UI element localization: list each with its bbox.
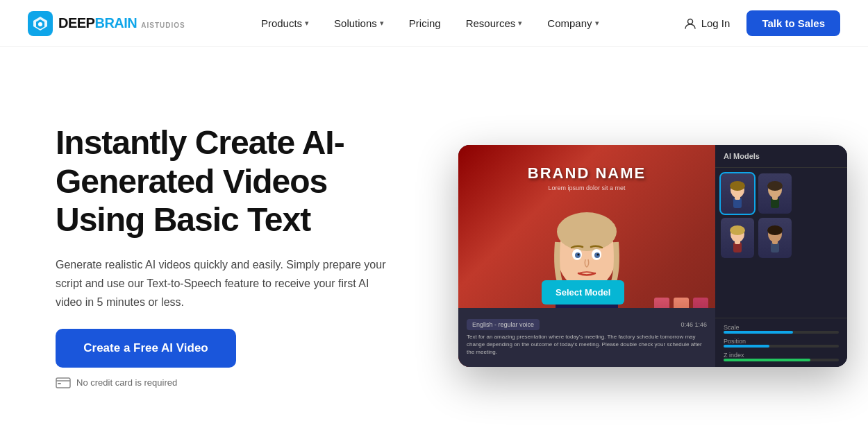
hero-title: Instantly Create AI-Generated Videos Usi… [56, 123, 417, 239]
svg-rect-4 [58, 383, 61, 384]
hero-section: Instantly Create AI-Generated Videos Usi… [0, 47, 868, 437]
nav-item-solutions[interactable]: Solutions ▾ [323, 12, 395, 35]
panel-controls: Scale Position Z index [715, 318, 847, 367]
hero-description: Generate realistic AI videos quickly and… [56, 255, 396, 312]
model-thumb-2[interactable] [758, 173, 792, 214]
model-thumb-1[interactable] [721, 173, 754, 214]
svg-point-25 [730, 225, 745, 235]
svg-point-17 [730, 181, 745, 191]
svg-point-15 [597, 254, 599, 256]
z-index-control: Z index [724, 352, 839, 361]
position-control: Position [724, 338, 839, 348]
hero-mockup: BRAND NAME Lorem ipsum dolor sit a met [458, 145, 847, 367]
model-row-2 [721, 218, 842, 258]
script-text: Text for an amazing presentation where t… [467, 333, 707, 357]
product-screenshot: BRAND NAME Lorem ipsum dolor sit a met [458, 145, 847, 367]
model-avatar-1 [726, 179, 749, 208]
svg-rect-23 [772, 196, 778, 200]
navigation: DEEPBRAIN AI STUDIOS Products ▾ Solution… [0, 0, 868, 47]
svg-rect-27 [735, 240, 740, 244]
model-avatar-4 [764, 223, 786, 252]
nav-item-pricing[interactable]: Pricing [398, 12, 452, 35]
no-credit-card-notice: No credit card is required [56, 377, 417, 388]
create-free-video-button[interactable]: Create a Free AI Video [56, 329, 236, 368]
svg-point-21 [767, 181, 783, 191]
svg-point-29 [767, 225, 783, 235]
position-slider[interactable] [724, 345, 839, 348]
model-avatar-2 [764, 179, 786, 208]
video-preview: BRAND NAME Lorem ipsum dolor sit a met [458, 145, 715, 367]
user-icon [683, 17, 697, 31]
svg-rect-31 [772, 240, 778, 244]
nav-right: Log In Talk to Sales [675, 10, 840, 36]
model-thumb-3[interactable] [721, 218, 754, 258]
svg-point-1 [38, 22, 42, 26]
deepbrain-logo-icon [28, 11, 53, 36]
hero-actions: Create a Free AI Video No credit card is… [56, 329, 417, 388]
controls-row-1: English - regular voice 0:46 1:46 [467, 319, 707, 330]
scale-slider[interactable] [724, 331, 839, 334]
model-avatar-3 [726, 223, 749, 252]
model-row-1 [721, 173, 842, 214]
ai-models-panel: AI Models [715, 145, 847, 367]
nav-item-company[interactable]: Company ▾ [536, 12, 610, 35]
talk-to-sales-button[interactable]: Talk to Sales [746, 10, 840, 36]
svg-rect-19 [735, 196, 740, 200]
credit-card-icon [56, 377, 71, 388]
chevron-down-icon: ▾ [380, 19, 384, 28]
z-index-slider[interactable] [724, 359, 839, 361]
logo[interactable]: DEEPBRAIN AI STUDIOS [28, 11, 185, 36]
svg-point-14 [578, 254, 580, 256]
chevron-down-icon: ▾ [305, 19, 309, 28]
model-grid [715, 168, 847, 318]
svg-point-9 [557, 212, 617, 251]
hero-content: Instantly Create AI-Generated Videos Usi… [56, 123, 417, 388]
chevron-down-icon: ▾ [595, 19, 599, 28]
scale-control: Scale [724, 324, 839, 334]
video-controls: English - regular voice 0:46 1:46 Text f… [458, 308, 715, 367]
select-model-button[interactable]: Select Model [542, 280, 624, 305]
panel-title: AI Models [715, 145, 847, 168]
model-thumb-4[interactable] [758, 218, 792, 258]
nav-item-products[interactable]: Products ▾ [250, 12, 320, 35]
nav-item-resources[interactable]: Resources ▾ [455, 12, 534, 35]
svg-point-2 [687, 19, 692, 24]
login-button[interactable]: Log In [675, 11, 739, 36]
nav-links: Products ▾ Solutions ▾ Pricing Resources… [250, 12, 610, 35]
logo-text: DEEPBRAIN AI STUDIOS [58, 15, 185, 31]
chevron-down-icon: ▾ [518, 19, 522, 28]
